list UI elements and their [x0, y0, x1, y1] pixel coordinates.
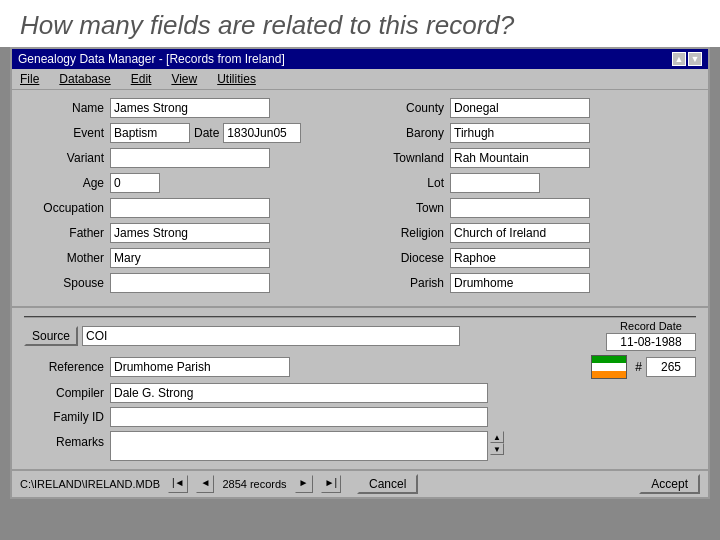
- name-input[interactable]: [110, 98, 270, 118]
- date-label: Date: [194, 126, 219, 140]
- accept-button[interactable]: Accept: [639, 474, 700, 494]
- record-date-label: Record Date: [606, 320, 696, 332]
- diocese-input[interactable]: [450, 248, 590, 268]
- title-bar: Genealogy Data Manager - [Records from I…: [12, 49, 708, 69]
- remarks-label: Remarks: [24, 435, 104, 449]
- db-path: C:\IRELAND\IRELAND.MDB: [20, 478, 160, 490]
- slide-title: How many fields are related to this reco…: [0, 0, 720, 47]
- bottom-section: Source Record Date 11-08-1988 Reference …: [12, 306, 708, 469]
- menu-view[interactable]: View: [169, 71, 199, 87]
- age-input[interactable]: [110, 173, 160, 193]
- spouse-label: Spouse: [24, 276, 104, 290]
- menu-edit[interactable]: Edit: [129, 71, 154, 87]
- source-button[interactable]: Source: [24, 326, 78, 346]
- religion-label: Religion: [374, 226, 444, 240]
- record-date-value: 11-08-1988: [606, 333, 696, 351]
- town-input[interactable]: [450, 198, 590, 218]
- compiler-input[interactable]: [110, 383, 488, 403]
- barony-input[interactable]: [450, 123, 590, 143]
- parish-label: Parish: [374, 276, 444, 290]
- remarks-scroll-up[interactable]: ▲: [490, 431, 504, 443]
- record-date-box: Record Date 11-08-1988: [606, 320, 696, 351]
- hash-label: #: [635, 360, 642, 374]
- status-bar: C:\IRELAND\IRELAND.MDB |◄ ◄ 2854 records…: [12, 469, 708, 497]
- nav-next[interactable]: ►: [295, 475, 313, 493]
- age-label: Age: [24, 176, 104, 190]
- parish-input[interactable]: [450, 273, 590, 293]
- window-outer: Genealogy Data Manager - [Records from I…: [10, 47, 710, 499]
- compiler-label: Compiler: [24, 386, 104, 400]
- menu-database[interactable]: Database: [57, 71, 112, 87]
- menu-utilities[interactable]: Utilities: [215, 71, 258, 87]
- name-label: Name: [24, 101, 104, 115]
- lot-label: Lot: [374, 176, 444, 190]
- cancel-button[interactable]: Cancel: [357, 474, 418, 494]
- nav-prev[interactable]: ◄: [196, 475, 214, 493]
- variant-label: Variant: [24, 151, 104, 165]
- county-input[interactable]: [450, 98, 590, 118]
- family-id-label: Family ID: [24, 410, 104, 424]
- record-count: 2854 records: [222, 478, 286, 490]
- event-input[interactable]: [110, 123, 190, 143]
- diocese-label: Diocese: [374, 251, 444, 265]
- town-label: Town: [374, 201, 444, 215]
- occupation-input[interactable]: [110, 198, 270, 218]
- family-id-input[interactable]: [110, 407, 488, 427]
- religion-input[interactable]: [450, 223, 590, 243]
- reference-input[interactable]: [110, 357, 290, 377]
- lot-input[interactable]: [450, 173, 540, 193]
- townland-label: Townland: [374, 151, 444, 165]
- nav-first[interactable]: |◄: [168, 475, 189, 493]
- county-label: County: [374, 101, 444, 115]
- father-input[interactable]: [110, 223, 270, 243]
- mother-input[interactable]: [110, 248, 270, 268]
- restore-btn[interactable]: ▼: [688, 52, 702, 66]
- townland-input[interactable]: [450, 148, 590, 168]
- reference-label: Reference: [24, 360, 104, 374]
- mother-label: Mother: [24, 251, 104, 265]
- window-title: Genealogy Data Manager - [Records from I…: [18, 52, 285, 66]
- menu-bar: File Database Edit View Utilities: [12, 69, 708, 90]
- hash-input[interactable]: [646, 357, 696, 377]
- occupation-label: Occupation: [24, 201, 104, 215]
- variant-input[interactable]: [110, 148, 270, 168]
- remarks-input[interactable]: [110, 431, 488, 461]
- event-label: Event: [24, 126, 104, 140]
- remarks-scroll-down[interactable]: ▼: [490, 443, 504, 455]
- nav-last[interactable]: ►|: [321, 475, 342, 493]
- form-area: Name Event Date Variant Age: [12, 90, 708, 306]
- minimize-btn[interactable]: ▲: [672, 52, 686, 66]
- menu-file[interactable]: File: [18, 71, 41, 87]
- irish-flag: [591, 355, 627, 379]
- father-label: Father: [24, 226, 104, 240]
- source-input[interactable]: [82, 326, 460, 346]
- date-input[interactable]: [223, 123, 301, 143]
- spouse-input[interactable]: [110, 273, 270, 293]
- barony-label: Barony: [374, 126, 444, 140]
